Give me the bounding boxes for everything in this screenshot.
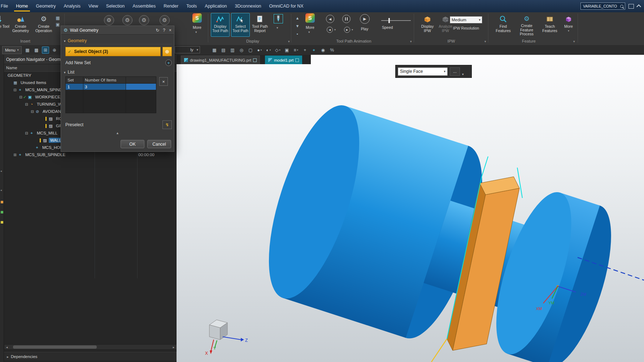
items-column-header[interactable]: Number Of Items — [83, 78, 126, 82]
ok-button[interactable]: OK — [121, 140, 144, 148]
menu-item[interactable]: 3Dconnexion — [231, 0, 265, 12]
menu-item[interactable]: Home — [12, 0, 32, 12]
toolbar-icon-button[interactable]: ● — [256, 47, 263, 54]
selection-scope-select[interactable]: ly — [175, 46, 200, 53]
chevron-down-icon[interactable] — [277, 26, 278, 30]
play-button[interactable]: ▶ — [360, 14, 370, 24]
display-tool-path-button[interactable]: Display Tool Path — [211, 13, 230, 37]
toolbar-icon-button[interactable]: ◇ — [274, 47, 282, 54]
step-back-button[interactable]: ◀ — [327, 27, 333, 33]
expander-icon[interactable]: ⊟ — [30, 110, 35, 114]
preselect-button[interactable]: ↯ — [162, 120, 172, 129]
set-column-header[interactable]: Set — [66, 78, 83, 82]
pause-button[interactable] — [342, 15, 351, 23]
animation-more-button[interactable]: More — [303, 25, 318, 30]
create-geometry-button[interactable]: Create Geometry — [10, 13, 31, 37]
insert-level-dot-icon[interactable]: ▪ — [294, 30, 301, 37]
scroll-left-icon[interactable] — [4, 345, 9, 349]
toolbar-icon-button[interactable]: ▩ — [33, 47, 40, 54]
reset-icon[interactable]: ↻ — [156, 28, 159, 33]
insert-extra-icon[interactable]: ▦ — [55, 15, 61, 21]
toolbar-icon-button[interactable]: ⊞ — [42, 47, 49, 54]
graphics-viewport[interactable]: XM YM ZM X Y Z drawing1_MANUFACTURING.pr… — [177, 55, 644, 362]
expander-icon[interactable]: ⊟ — [18, 95, 23, 99]
chevron-down-icon[interactable] — [352, 28, 353, 31]
set-list-table[interactable]: Set Number Of Items 1 3 — [65, 76, 156, 113]
toolbar-icon-button[interactable]: ▦ — [24, 47, 31, 54]
machine-tool-icon[interactable]: ⚙ — [139, 15, 149, 25]
toolbar-icon-button[interactable]: ⌖ — [310, 47, 318, 54]
toolbar-icon-button[interactable]: ◎ — [238, 47, 245, 54]
tab-window-icon[interactable] — [253, 58, 257, 62]
toolbar-icon-button[interactable]: ▤ — [220, 47, 227, 54]
geometry-section-header[interactable]: Geometry — [64, 37, 172, 44]
part-tab[interactable]: model1.prt — [265, 56, 302, 64]
toolbar-icon-button[interactable]: ◐ — [265, 47, 272, 54]
face-rule-options-button[interactable]: ... — [450, 67, 460, 76]
rail-tab-icon[interactable] — [1, 211, 3, 213]
toolbar-icon-button[interactable]: ▢ — [247, 47, 254, 54]
chevron-down-icon[interactable] — [334, 28, 336, 31]
more-left-button[interactable]: More — [190, 25, 205, 30]
create-tool-button[interactable]: Create Tool — [0, 13, 10, 37]
restore-window-icon[interactable] — [628, 4, 634, 9]
menu-item[interactable]: Tools — [182, 0, 201, 12]
insert-level-up-icon[interactable]: ▲ — [294, 14, 301, 22]
select-object-target-button[interactable]: ⊕ — [162, 47, 172, 56]
toolbar-icon-button[interactable]: ▦ — [211, 47, 218, 54]
toolbar-icon-button[interactable]: ▥ — [229, 47, 236, 54]
dependencies-section[interactable]: Dependencies — [4, 352, 177, 361]
panel-collapse-icon[interactable]: ◂ — [0, 169, 2, 173]
menu-item[interactable]: Render — [160, 0, 182, 12]
menu-item[interactable]: OmniCAD for NX — [265, 0, 307, 12]
face-rule-select[interactable]: Single Face — [398, 67, 448, 76]
menu-button[interactable]: Menu — [2, 46, 22, 54]
expander-icon[interactable]: ⊟ — [24, 102, 29, 106]
list-section-header[interactable]: List — [64, 69, 172, 76]
add-new-set-button[interactable]: + — [165, 59, 172, 66]
chevron-down-icon[interactable] — [195, 30, 197, 34]
animation-group-dialog-icon[interactable] — [410, 40, 412, 43]
tool-path-report-button[interactable]: Tool Path Report — [251, 13, 269, 37]
ipw-resolution-select[interactable]: Medium — [450, 16, 482, 23]
search-icon[interactable] — [620, 5, 623, 8]
close-icon[interactable]: × — [169, 28, 171, 33]
machine-tool-icon[interactable]: ⚙ — [104, 15, 114, 25]
toolbar-icon-button[interactable]: ⊕ — [51, 47, 58, 54]
find-features-button[interactable]: Find Features — [493, 13, 513, 37]
select-object-field[interactable]: Select Object (3) — [65, 47, 161, 56]
scroll-right-icon[interactable] — [171, 345, 176, 349]
part-tab[interactable]: drawing1_MANUFACTURING.prt — [181, 56, 260, 64]
feature-group-dialog-icon[interactable] — [573, 40, 575, 43]
menu-item[interactable]: Geometry — [32, 0, 60, 12]
rail-tab-icon[interactable] — [1, 201, 3, 203]
step-forward-button[interactable]: ▶ — [344, 27, 350, 33]
tool-display-button[interactable] — [274, 14, 283, 23]
machine-tool-icon[interactable]: ⚙ — [122, 15, 132, 25]
rail-tab-icon[interactable] — [1, 221, 3, 224]
menu-item[interactable]: Application — [201, 0, 231, 12]
minimize-ribbon-icon[interactable] — [636, 4, 641, 9]
toolbar-icon-button[interactable]: ▣ — [283, 47, 291, 54]
expander-icon[interactable]: ⊟ — [24, 131, 29, 135]
menu-item[interactable]: Analysis — [60, 0, 84, 12]
scrollbar-thumb[interactable] — [13, 345, 97, 349]
speed-slider-thumb[interactable] — [388, 18, 390, 23]
teach-features-button[interactable]: Teach Features — [540, 13, 560, 37]
go-to-start-button[interactable]: ◀ — [326, 15, 334, 23]
insert-extra-icon[interactable]: ▣ — [55, 22, 61, 27]
spline-more-icon[interactable]: S — [192, 13, 202, 23]
create-operation-button[interactable]: ⚙ Create Operation — [32, 13, 55, 37]
toolbar-icon-button[interactable]: % — [328, 47, 336, 54]
ipw-group-dialog-icon[interactable] — [484, 40, 486, 43]
display-group-dialog-icon[interactable] — [288, 40, 290, 43]
panel-collapse-icon[interactable]: ◂ — [0, 189, 2, 192]
node-label[interactable]: MCS_MILL — [35, 131, 59, 136]
help-icon[interactable]: ? — [163, 28, 165, 33]
menu-item[interactable]: Assemblies — [129, 0, 160, 12]
toolbar-icon-button[interactable]: ≡ — [292, 47, 300, 54]
node-label[interactable]: GEOMETRY — [6, 73, 33, 78]
create-feature-process-button[interactable]: ⚙ Create Feature Process — [514, 13, 539, 37]
remove-set-button[interactable]: × — [159, 77, 168, 86]
cancel-button[interactable]: Cancel — [147, 140, 171, 148]
